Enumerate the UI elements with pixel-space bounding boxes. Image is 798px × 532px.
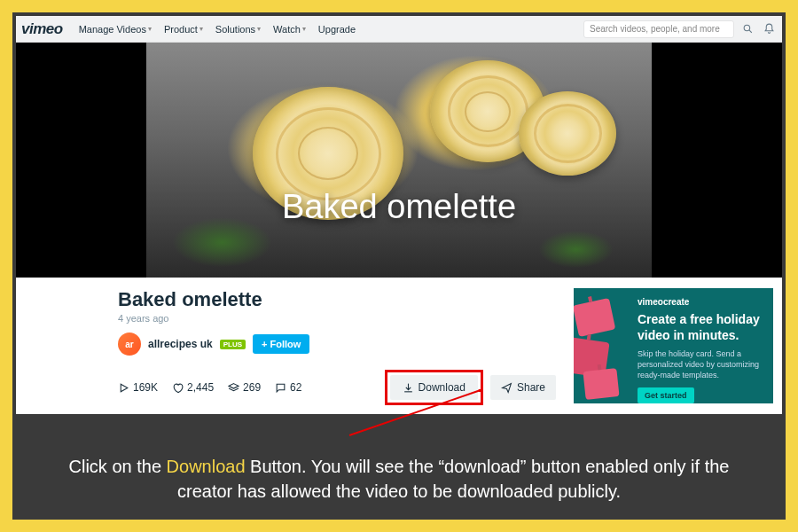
nav-watch[interactable]: Watch▾: [273, 24, 306, 35]
stat-comments[interactable]: 62: [275, 381, 301, 394]
follow-button[interactable]: + Follow: [253, 334, 309, 354]
tutorial-frame: vimeo Manage Videos▾ Product▾ Solutions▾…: [0, 0, 798, 532]
caption-highlight: Download: [167, 457, 246, 476]
search-input[interactable]: Search videos, people, and more: [583, 20, 734, 38]
video-player[interactable]: Baked omelette: [16, 43, 782, 278]
promo-cta-button[interactable]: Get started: [638, 387, 694, 403]
channel-name[interactable]: allrecipes uk: [148, 338, 213, 350]
stats-row: 169K 2,445 269 62: [118, 370, 556, 405]
top-nav-bar: vimeo Manage Videos▾ Product▾ Solutions▾…: [16, 16, 782, 43]
vimeo-logo[interactable]: vimeo: [21, 20, 63, 38]
layers-icon: [228, 382, 239, 394]
dark-frame: vimeo Manage Videos▾ Product▾ Solutions▾…: [12, 12, 786, 520]
share-label: Share: [517, 381, 545, 394]
gift-icon: [574, 298, 615, 337]
nav-product[interactable]: Product▾: [164, 24, 203, 35]
food-roll: [519, 91, 616, 176]
tutorial-caption-area: Click on the Download Button. You will s…: [12, 414, 786, 520]
nav-label: Watch: [273, 24, 301, 35]
svg-point-0: [744, 25, 750, 31]
promo-brand: vimeocreate: [638, 297, 763, 307]
channel-avatar[interactable]: ar: [118, 332, 141, 356]
stat-collections[interactable]: 269: [228, 381, 261, 394]
nav-label: Manage Videos: [79, 24, 146, 35]
chevron-down-icon: ▾: [257, 25, 261, 33]
chevron-down-icon: ▾: [302, 25, 306, 33]
heart-icon: [172, 382, 184, 394]
play-icon: [118, 382, 129, 394]
svg-marker-3: [229, 383, 239, 387]
gift-icon: [583, 368, 619, 400]
plus-badge: PLUS: [220, 340, 246, 349]
meta-column: Baked omelette 4 years ago ar allrecipes…: [16, 288, 574, 405]
caption-pre: Click on the: [69, 457, 167, 476]
video-overlay-title: Baked omelette: [146, 188, 652, 226]
svg-line-6: [349, 391, 478, 435]
nav-label: Solutions: [215, 24, 255, 35]
stat-value: 269: [243, 381, 261, 394]
chevron-down-icon: ▾: [148, 25, 152, 33]
chevron-down-icon: ▾: [200, 25, 203, 33]
stat-likes[interactable]: 2,445: [172, 381, 214, 394]
video-age: 4 years ago: [118, 313, 556, 324]
stat-value: 62: [290, 381, 301, 394]
comment-icon: [275, 382, 286, 394]
stat-value: 2,445: [187, 381, 214, 394]
promo-body: Skip the holiday card. Send a personaliz…: [638, 348, 763, 380]
nav-label: Product: [164, 24, 198, 35]
search-placeholder: Search videos, people, and more: [590, 24, 720, 34]
topbar-right: Search videos, people, and more: [583, 20, 777, 38]
caption-post: Button. You will see the “download” butt…: [177, 457, 729, 501]
channel-row: ar allrecipes uk PLUS + Follow: [118, 332, 556, 356]
promo-banner[interactable]: vimeocreate Create a free holiday video …: [574, 288, 773, 403]
video-title: Baked omelette: [118, 288, 556, 311]
share-button[interactable]: Share: [490, 375, 556, 400]
nav-solutions[interactable]: Solutions▾: [215, 24, 261, 35]
tutorial-caption: Click on the Download Button. You will s…: [48, 454, 750, 504]
promo-art: [574, 297, 629, 395]
promo-headline: Create a free holiday video in minutes.: [638, 312, 763, 343]
nav-upgrade[interactable]: Upgrade: [318, 24, 356, 35]
nav-manage-videos[interactable]: Manage Videos▾: [79, 24, 152, 35]
annotation-arrow-icon: [340, 389, 482, 442]
video-thumbnail: Baked omelette: [146, 43, 652, 278]
share-icon: [501, 382, 512, 394]
stat-plays[interactable]: 169K: [118, 381, 158, 394]
stat-value: 169K: [133, 381, 158, 394]
nav-label: Upgrade: [318, 24, 356, 35]
svg-marker-2: [121, 384, 128, 392]
bell-icon[interactable]: [761, 21, 777, 37]
main-nav: Manage Videos▾ Product▾ Solutions▾ Watch…: [79, 24, 356, 35]
search-icon[interactable]: [739, 21, 755, 37]
browser-chrome: vimeo Manage Videos▾ Product▾ Solutions▾…: [16, 16, 782, 43]
svg-line-1: [749, 30, 752, 33]
